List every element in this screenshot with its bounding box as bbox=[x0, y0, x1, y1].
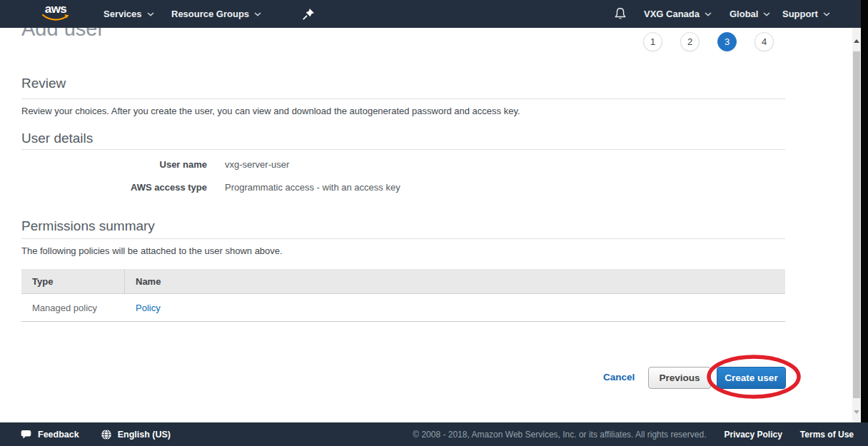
permissions-description: The following policies will be attached … bbox=[21, 245, 283, 256]
terms-of-use-link[interactable]: Terms of Use bbox=[800, 430, 854, 440]
access-type-value: Programmatic access - with an access key bbox=[225, 182, 400, 193]
user-name-value: vxg-server-user bbox=[225, 159, 289, 170]
pushpin-icon bbox=[303, 8, 315, 20]
step-1: 1 bbox=[643, 32, 662, 51]
copyright-text: © 2008 - 2018, Amazon Web Services, Inc.… bbox=[413, 430, 706, 440]
cancel-button[interactable]: Cancel bbox=[603, 372, 635, 382]
policy-link[interactable]: Policy bbox=[136, 303, 161, 313]
nav-services-menu[interactable]: Services bbox=[104, 0, 154, 28]
scrollbar-up-arrow[interactable] bbox=[854, 39, 859, 43]
step-4: 4 bbox=[755, 32, 774, 51]
nav-services-label: Services bbox=[104, 9, 142, 19]
feedback-label: Feedback bbox=[38, 430, 79, 440]
divider bbox=[21, 98, 785, 99]
aws-logo[interactable]: aws bbox=[40, 3, 71, 21]
step-2: 2 bbox=[680, 32, 700, 51]
nav-account-menu[interactable]: VXG Canada bbox=[644, 0, 712, 28]
screen-edge-strip bbox=[861, 0, 868, 446]
user-details-heading: User details bbox=[21, 131, 93, 146]
top-navbar: aws Services Resource Groups bbox=[0, 0, 868, 28]
bell-icon bbox=[614, 7, 627, 21]
access-type-label: AWS access type bbox=[21, 182, 207, 193]
page-title: Add user bbox=[21, 28, 236, 40]
language-label: English (US) bbox=[118, 430, 171, 440]
footer-bar: Feedback English (US) © 2008 - 2018, Ama… bbox=[0, 422, 868, 446]
nav-region-menu[interactable]: Global bbox=[730, 0, 770, 28]
column-header-type: Type bbox=[32, 276, 53, 287]
permissions-table-header: Type Name bbox=[21, 269, 785, 294]
review-description: Review your choices. After you create th… bbox=[21, 106, 520, 116]
nav-region-label: Global bbox=[730, 9, 758, 19]
nav-account-label: VXG Canada bbox=[644, 9, 700, 19]
globe-icon bbox=[101, 429, 112, 440]
create-user-button[interactable]: Create user bbox=[717, 367, 786, 389]
scrollbar-thumb[interactable] bbox=[853, 51, 860, 398]
user-name-label: User name bbox=[21, 159, 207, 170]
chevron-down-icon bbox=[763, 12, 770, 16]
privacy-policy-link[interactable]: Privacy Policy bbox=[724, 430, 782, 440]
nav-resource-groups-label: Resource Groups bbox=[171, 9, 249, 19]
divider bbox=[21, 238, 785, 239]
table-row: Managed policy Policy bbox=[21, 294, 785, 322]
speech-bubble-icon bbox=[20, 429, 32, 440]
chevron-down-icon bbox=[147, 12, 154, 16]
nav-support-menu[interactable]: Support bbox=[782, 0, 830, 28]
column-header-name: Name bbox=[136, 276, 161, 287]
chevron-down-icon bbox=[705, 12, 712, 16]
permissions-table: Type Name Managed policy Policy bbox=[21, 269, 785, 322]
language-selector[interactable]: English (US) bbox=[101, 429, 171, 440]
step-3-active: 3 bbox=[717, 32, 737, 51]
footer-left-group: Feedback English (US) bbox=[20, 422, 171, 446]
wizard-step-indicator: 1 2 3 4 bbox=[643, 32, 774, 51]
chevron-down-icon bbox=[823, 12, 830, 16]
policy-type-cell: Managed policy bbox=[21, 303, 125, 313]
nav-resource-groups-menu[interactable]: Resource Groups bbox=[171, 0, 261, 28]
feedback-button[interactable]: Feedback bbox=[20, 429, 79, 440]
previous-button[interactable]: Previous bbox=[648, 367, 711, 389]
page-title-clip: Add user bbox=[21, 28, 236, 48]
notifications-button[interactable] bbox=[614, 0, 627, 28]
pin-shortcut-button[interactable] bbox=[303, 0, 315, 28]
aws-console-window: aws Services Resource Groups bbox=[0, 0, 868, 446]
divider bbox=[21, 149, 785, 150]
scrollbar-down-arrow[interactable] bbox=[854, 410, 859, 414]
footer-right-group: © 2008 - 2018, Amazon Web Services, Inc.… bbox=[413, 422, 854, 446]
chevron-down-icon bbox=[254, 12, 261, 16]
permissions-summary-heading: Permissions summary bbox=[21, 218, 155, 234]
review-heading: Review bbox=[21, 76, 66, 91]
nav-support-label: Support bbox=[782, 9, 818, 19]
